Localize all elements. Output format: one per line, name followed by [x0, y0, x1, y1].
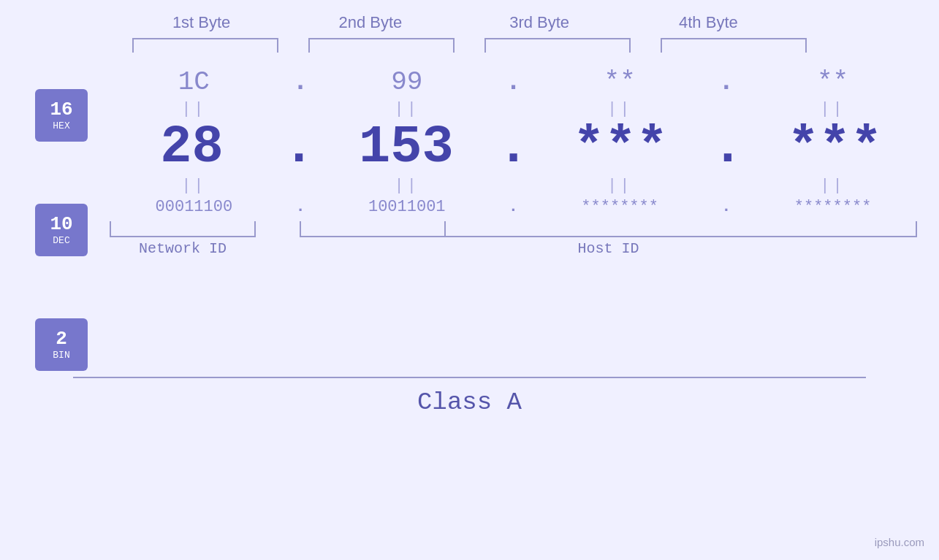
dbar-1-4: || — [760, 100, 906, 118]
id-labels-row: Network ID Host ID — [102, 240, 924, 257]
bin-val-4: ******** — [794, 198, 872, 216]
badge-hex-number: 16 — [50, 99, 72, 120]
dbar-2-4: || — [760, 177, 906, 195]
badge-bin: 2 BIN — [35, 318, 88, 371]
values-grid: 1C . 99 . ** . ** || || — [102, 64, 924, 257]
bottom-full-line — [73, 377, 866, 378]
network-id-label: Network ID — [139, 240, 227, 257]
class-label: Class A — [417, 388, 522, 416]
sep-host — [749, 221, 771, 237]
bracket-2 — [308, 38, 455, 53]
byte-2-label: 2nd Byte — [297, 13, 444, 32]
dec-val-2: 153 — [359, 118, 454, 177]
sep-hex-2: . — [502, 67, 524, 97]
dec-val-3: *** — [573, 118, 668, 177]
badge-bin-number: 2 — [56, 329, 67, 350]
dec-val-4: *** — [788, 118, 883, 177]
bracket-4 — [661, 38, 807, 53]
dbar-row-2: || || || || — [102, 177, 924, 195]
host-id-bracket-start — [300, 221, 446, 237]
byte-4-label: 4th Byte — [635, 13, 781, 32]
bottom-brackets-container — [102, 221, 924, 237]
bin-val-1: 00011100 — [156, 198, 233, 216]
sep-bin-2: . — [502, 198, 524, 216]
dbar-2-3: || — [547, 177, 693, 195]
dbar-1-2: || — [334, 100, 480, 118]
host-id-bracket-mid — [446, 221, 749, 237]
sep-bin-3: . — [715, 198, 737, 216]
badges-column: 16 HEX 10 DEC 2 BIN — [35, 89, 88, 371]
badge-dec-number: 10 — [50, 214, 72, 235]
host-id-label: Host ID — [577, 240, 639, 257]
dbar-2-1: || — [121, 177, 267, 195]
sep-dec-2: . — [498, 121, 529, 174]
sep-dec-3: . — [712, 121, 743, 174]
byte-headers-row: 1st Byte 2nd Byte 3rd Byte 4th Byte — [0, 13, 939, 32]
sep-bin-1: . — [289, 198, 311, 216]
bin-row: 00011100 . 10011001 . ******** . *******… — [102, 198, 924, 216]
dbar-1-1: || — [121, 100, 267, 118]
hex-val-3: ** — [604, 67, 636, 97]
top-brackets — [0, 38, 939, 53]
watermark: ipshu.com — [875, 536, 924, 548]
byte-3-label: 3rd Byte — [466, 13, 612, 32]
sep-hex-3: . — [715, 67, 737, 97]
badge-hex: 16 HEX — [35, 89, 88, 142]
dec-val-1: 28 — [160, 118, 223, 177]
badge-hex-label: HEX — [53, 120, 69, 131]
bin-val-2: 10011001 — [368, 198, 446, 216]
dbar-2-2: || — [334, 177, 480, 195]
badge-dec-label: DEC — [53, 235, 69, 246]
badge-dec: 10 DEC — [35, 204, 88, 256]
sep-dec-1: . — [284, 121, 315, 174]
hex-val-2: 99 — [391, 67, 422, 97]
bracket-1 — [132, 38, 278, 53]
sep-hex-1: . — [289, 67, 311, 97]
main-container: 1st Byte 2nd Byte 3rd Byte 4th Byte 16 H… — [0, 0, 939, 560]
badge-bin-label: BIN — [53, 350, 69, 361]
dec-row: 28 . 153 . *** . *** — [102, 121, 924, 174]
hex-val-4: ** — [817, 67, 848, 97]
bracket-3 — [484, 38, 631, 53]
byte-1-label: 1st Byte — [129, 13, 275, 32]
hex-row: 1C . 99 . ** . ** — [102, 67, 924, 97]
host-id-bracket-end — [771, 221, 917, 237]
hex-val-1: 1C — [178, 67, 210, 97]
dbar-row-1: || || || || — [102, 100, 924, 118]
network-id-bracket — [110, 221, 256, 237]
bin-val-3: ******** — [581, 198, 658, 216]
dbar-1-3: || — [547, 100, 693, 118]
